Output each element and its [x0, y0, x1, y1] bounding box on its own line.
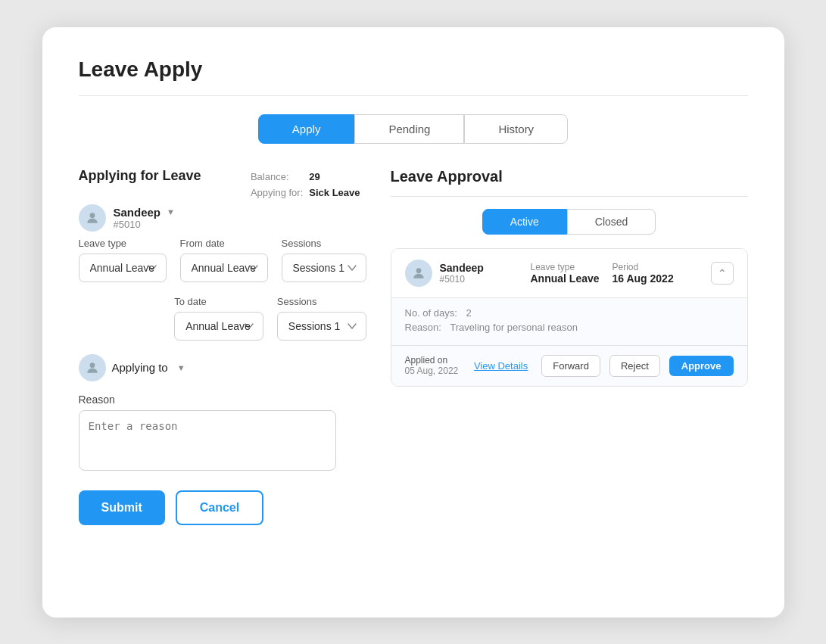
- tab-pending[interactable]: Pending: [354, 114, 464, 144]
- sessions1-group: Sessions Sessions 1 Sessions 2: [282, 238, 366, 282]
- applying-for-value: Sick Leave: [309, 185, 364, 200]
- reason-body-label: Reason:: [405, 322, 441, 333]
- from-date-group: From date Annual Leave: [180, 238, 268, 282]
- approval-period-value: 16 Aug 2022: [612, 272, 703, 285]
- action-buttons: Submit Cancel: [79, 490, 366, 525]
- sessions1-label: Sessions: [282, 238, 366, 249]
- reason-group: Reason: [79, 394, 366, 474]
- forward-button[interactable]: Forward: [541, 355, 600, 377]
- approval-username: Sandeep: [440, 262, 523, 274]
- sessions2-group: Sessions Sessions 1 Sessions 2: [277, 296, 366, 341]
- page-title: Leave Apply: [79, 58, 748, 82]
- approval-card: Sandeep #5010 Leave type Annual Leave Pe…: [391, 248, 748, 387]
- approval-leave-type-value: Annual Leave: [531, 272, 605, 285]
- leave-type-group: Leave type Annual Leave Sick Leave Casua…: [79, 238, 167, 282]
- main-layout: Applying for Leave Balance: 29 Appying f…: [79, 168, 748, 525]
- user-avatar: [79, 204, 106, 232]
- svg-point-1: [89, 362, 95, 368]
- reason-label: Reason: [79, 394, 366, 406]
- approval-divider: [391, 196, 748, 197]
- applied-on-label: Applied on: [405, 355, 460, 366]
- applying-to-avatar: [79, 354, 106, 381]
- applying-to-row: Applying to ▼: [79, 354, 366, 381]
- to-date-group: To date Annual Leave: [174, 296, 263, 341]
- svg-point-2: [416, 268, 421, 273]
- applied-on: Applied on 05 Aug, 2022: [405, 355, 460, 376]
- main-card: Leave Apply Apply Pending History Applyi…: [42, 27, 784, 618]
- approval-period-label: Period: [612, 262, 703, 272]
- from-date-label: From date: [180, 238, 268, 249]
- approval-tab-active[interactable]: Active: [482, 209, 567, 235]
- applying-header-row: Applying for Leave Balance: 29 Appying f…: [79, 168, 366, 201]
- submit-button[interactable]: Submit: [79, 490, 165, 525]
- approval-userid: #5010: [440, 274, 523, 285]
- days-value: 2: [466, 307, 472, 319]
- balance-label: Balance:: [251, 170, 307, 184]
- leave-type-select[interactable]: Annual Leave Sick Leave Casual Leave: [79, 254, 167, 282]
- approval-card-header: Sandeep #5010 Leave type Annual Leave Pe…: [391, 249, 747, 297]
- user-name: Sandeep: [114, 206, 161, 219]
- user-dropdown-arrow[interactable]: ▼: [167, 207, 175, 216]
- user-id: #5010: [114, 219, 175, 230]
- sessions2-select[interactable]: Sessions 1 Sessions 2: [277, 312, 366, 341]
- approval-card-toggle[interactable]: ⌃: [711, 262, 734, 285]
- view-details-button[interactable]: View Details: [469, 360, 532, 372]
- user-details: Sandeep ▼ #5010: [114, 206, 175, 230]
- days-row: No. of days: 2: [405, 307, 734, 319]
- sessions2-label: Sessions: [277, 296, 366, 307]
- cancel-button[interactable]: Cancel: [176, 490, 263, 525]
- days-label: No. of days:: [405, 307, 457, 319]
- reason-textarea[interactable]: [79, 410, 336, 471]
- from-date-select[interactable]: Annual Leave: [180, 254, 268, 282]
- form-row-1: Leave type Annual Leave Sick Leave Casua…: [79, 238, 366, 282]
- applied-on-date: 05 Aug, 2022: [405, 366, 459, 376]
- approval-leave-type-label: Leave type: [531, 262, 605, 272]
- applying-to-dropdown-arrow[interactable]: ▼: [177, 363, 185, 372]
- approve-button[interactable]: Approve: [669, 356, 734, 376]
- reason-row: Reason: Traveling for personal reason: [405, 322, 734, 333]
- leave-type-label: Leave type: [79, 238, 167, 249]
- approval-user-avatar: [405, 260, 432, 287]
- tab-apply[interactable]: Apply: [258, 114, 355, 144]
- approval-title: Leave Approval: [391, 168, 748, 185]
- applying-to-label: Applying to: [112, 361, 168, 374]
- approval-card-footer: Applied on 05 Aug, 2022 View Details For…: [391, 345, 747, 386]
- applying-for-label: Appying for:: [251, 185, 307, 200]
- balance-value: 29: [309, 170, 364, 184]
- main-tabs: Apply Pending History: [79, 114, 748, 144]
- approval-leave-type: Leave type Annual Leave: [531, 262, 605, 285]
- approval-card-user-info: Sandeep #5010: [440, 262, 523, 285]
- approval-card-body: No. of days: 2 Reason: Traveling for per…: [391, 297, 747, 345]
- balance-info: Balance: 29 Appying for: Sick Leave: [249, 168, 366, 201]
- to-date-select[interactable]: Annual Leave: [174, 312, 263, 341]
- approval-period: Period 16 Aug 2022: [612, 262, 703, 285]
- reason-body-value: Traveling for personal reason: [450, 322, 578, 333]
- to-date-label: To date: [174, 296, 263, 307]
- svg-point-0: [89, 213, 95, 218]
- approval-tab-closed[interactable]: Closed: [567, 209, 656, 235]
- leave-approval-section: Leave Approval Active Closed: [391, 168, 748, 525]
- tab-history[interactable]: History: [464, 114, 568, 144]
- reject-button[interactable]: Reject: [609, 355, 660, 377]
- applying-for-leave-title: Applying for Leave: [79, 168, 201, 184]
- sessions1-select[interactable]: Sessions 1 Sessions 2: [282, 254, 366, 282]
- title-divider: [79, 95, 748, 96]
- user-info: Sandeep ▼ #5010: [79, 204, 366, 232]
- apply-form-section: Applying for Leave Balance: 29 Appying f…: [79, 168, 366, 525]
- approval-tabs: Active Closed: [391, 209, 748, 235]
- form-row-2: To date Annual Leave Sessions Sessions 1…: [174, 296, 366, 341]
